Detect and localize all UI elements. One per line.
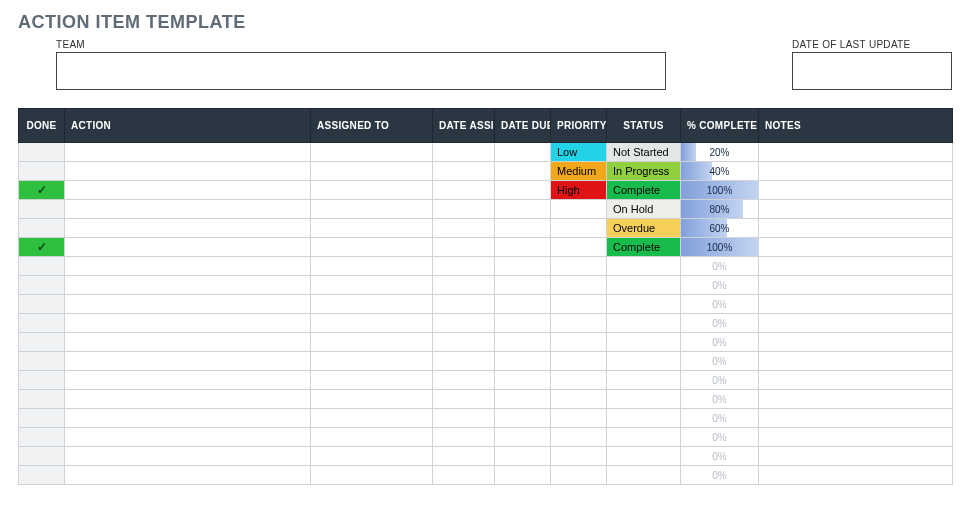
assigned-to-cell[interactable] bbox=[311, 447, 433, 466]
date-assigned-cell[interactable] bbox=[433, 371, 495, 390]
priority-cell[interactable]: High bbox=[551, 181, 607, 200]
notes-cell[interactable] bbox=[759, 371, 953, 390]
notes-cell[interactable] bbox=[759, 352, 953, 371]
date-due-cell[interactable] bbox=[495, 143, 551, 162]
pct-complete-cell[interactable]: 40% bbox=[681, 162, 759, 181]
notes-cell[interactable] bbox=[759, 466, 953, 485]
priority-cell[interactable] bbox=[551, 314, 607, 333]
pct-complete-cell[interactable]: 0% bbox=[681, 314, 759, 333]
notes-cell[interactable] bbox=[759, 257, 953, 276]
priority-cell[interactable] bbox=[551, 352, 607, 371]
done-cell[interactable] bbox=[19, 219, 65, 238]
pct-complete-cell[interactable]: 0% bbox=[681, 409, 759, 428]
done-cell[interactable] bbox=[19, 447, 65, 466]
priority-cell[interactable] bbox=[551, 295, 607, 314]
pct-complete-cell[interactable]: 0% bbox=[681, 295, 759, 314]
done-cell[interactable] bbox=[19, 428, 65, 447]
action-cell[interactable] bbox=[65, 143, 311, 162]
status-cell[interactable]: On Hold bbox=[607, 200, 681, 219]
action-cell[interactable] bbox=[65, 447, 311, 466]
date-due-cell[interactable] bbox=[495, 409, 551, 428]
action-cell[interactable] bbox=[65, 466, 311, 485]
assigned-to-cell[interactable] bbox=[311, 295, 433, 314]
priority-cell[interactable] bbox=[551, 409, 607, 428]
date-due-cell[interactable] bbox=[495, 200, 551, 219]
date-due-cell[interactable] bbox=[495, 352, 551, 371]
date-assigned-cell[interactable] bbox=[433, 276, 495, 295]
date-assigned-cell[interactable] bbox=[433, 162, 495, 181]
priority-cell[interactable] bbox=[551, 276, 607, 295]
status-cell[interactable]: Complete bbox=[607, 238, 681, 257]
done-cell[interactable] bbox=[19, 257, 65, 276]
date-due-cell[interactable] bbox=[495, 295, 551, 314]
done-cell[interactable] bbox=[19, 352, 65, 371]
pct-complete-cell[interactable]: 0% bbox=[681, 428, 759, 447]
status-cell[interactable] bbox=[607, 257, 681, 276]
done-cell[interactable] bbox=[19, 295, 65, 314]
notes-cell[interactable] bbox=[759, 314, 953, 333]
date-due-cell[interactable] bbox=[495, 447, 551, 466]
team-input[interactable] bbox=[56, 52, 666, 90]
action-cell[interactable] bbox=[65, 314, 311, 333]
assigned-to-cell[interactable] bbox=[311, 219, 433, 238]
pct-complete-cell[interactable]: 60% bbox=[681, 219, 759, 238]
priority-cell[interactable] bbox=[551, 333, 607, 352]
action-cell[interactable] bbox=[65, 181, 311, 200]
date-of-last-update-input[interactable] bbox=[792, 52, 952, 90]
date-assigned-cell[interactable] bbox=[433, 143, 495, 162]
done-cell[interactable] bbox=[19, 200, 65, 219]
action-cell[interactable] bbox=[65, 333, 311, 352]
assigned-to-cell[interactable] bbox=[311, 276, 433, 295]
status-cell[interactable] bbox=[607, 371, 681, 390]
date-assigned-cell[interactable] bbox=[433, 333, 495, 352]
done-cell[interactable] bbox=[19, 409, 65, 428]
date-assigned-cell[interactable] bbox=[433, 447, 495, 466]
action-cell[interactable] bbox=[65, 162, 311, 181]
done-cell[interactable] bbox=[19, 276, 65, 295]
status-cell[interactable] bbox=[607, 333, 681, 352]
action-cell[interactable] bbox=[65, 390, 311, 409]
pct-complete-cell[interactable]: 100% bbox=[681, 238, 759, 257]
status-cell[interactable]: Overdue bbox=[607, 219, 681, 238]
pct-complete-cell[interactable]: 0% bbox=[681, 333, 759, 352]
pct-complete-cell[interactable]: 0% bbox=[681, 276, 759, 295]
date-due-cell[interactable] bbox=[495, 219, 551, 238]
date-due-cell[interactable] bbox=[495, 314, 551, 333]
notes-cell[interactable] bbox=[759, 143, 953, 162]
priority-cell[interactable] bbox=[551, 219, 607, 238]
notes-cell[interactable] bbox=[759, 295, 953, 314]
priority-cell[interactable] bbox=[551, 466, 607, 485]
priority-cell[interactable]: Medium bbox=[551, 162, 607, 181]
pct-complete-cell[interactable]: 0% bbox=[681, 390, 759, 409]
date-due-cell[interactable] bbox=[495, 257, 551, 276]
status-cell[interactable] bbox=[607, 352, 681, 371]
pct-complete-cell[interactable]: 0% bbox=[681, 447, 759, 466]
done-cell[interactable] bbox=[19, 143, 65, 162]
action-cell[interactable] bbox=[65, 238, 311, 257]
status-cell[interactable] bbox=[607, 390, 681, 409]
date-assigned-cell[interactable] bbox=[433, 181, 495, 200]
pct-complete-cell[interactable]: 100% bbox=[681, 181, 759, 200]
priority-cell[interactable]: Low bbox=[551, 143, 607, 162]
assigned-to-cell[interactable] bbox=[311, 428, 433, 447]
notes-cell[interactable] bbox=[759, 162, 953, 181]
action-cell[interactable] bbox=[65, 371, 311, 390]
assigned-to-cell[interactable] bbox=[311, 257, 433, 276]
date-assigned-cell[interactable] bbox=[433, 390, 495, 409]
notes-cell[interactable] bbox=[759, 428, 953, 447]
priority-cell[interactable] bbox=[551, 428, 607, 447]
status-cell[interactable]: Not Started bbox=[607, 143, 681, 162]
assigned-to-cell[interactable] bbox=[311, 181, 433, 200]
priority-cell[interactable] bbox=[551, 238, 607, 257]
date-due-cell[interactable] bbox=[495, 390, 551, 409]
date-due-cell[interactable] bbox=[495, 276, 551, 295]
done-cell[interactable] bbox=[19, 162, 65, 181]
notes-cell[interactable] bbox=[759, 447, 953, 466]
assigned-to-cell[interactable] bbox=[311, 409, 433, 428]
action-cell[interactable] bbox=[65, 219, 311, 238]
status-cell[interactable] bbox=[607, 295, 681, 314]
action-cell[interactable] bbox=[65, 200, 311, 219]
assigned-to-cell[interactable] bbox=[311, 200, 433, 219]
status-cell[interactable]: Complete bbox=[607, 181, 681, 200]
notes-cell[interactable] bbox=[759, 409, 953, 428]
